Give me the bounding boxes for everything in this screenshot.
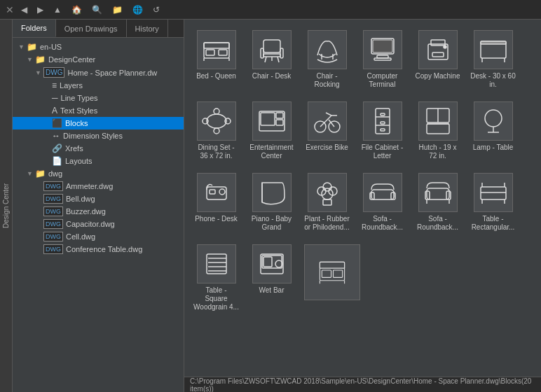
- tree-item-ammeter[interactable]: DWG Ammeter.dwg: [13, 180, 184, 192]
- tree-item-line-types[interactable]: ─ Line Types: [13, 92, 184, 104]
- block-label-sofa2: Sofa - Roundback...: [415, 215, 460, 232]
- grid-item-plant[interactable]: Plant - Rubber or Philodend...: [301, 168, 353, 237]
- svg-rect-49: [427, 124, 449, 134]
- folder-icon: 📁: [35, 55, 46, 64]
- svg-point-22: [444, 46, 446, 48]
- block-label-bed-queen: Bed - Queen: [196, 72, 236, 80]
- grid-area[interactable]: Bed - Queen Chair - Desk Chair - Rocking: [184, 20, 541, 377]
- block-label-piano: Piano - Baby Grand: [249, 215, 294, 232]
- grid-item-exercise-bike[interactable]: Exercise Bike: [301, 97, 353, 165]
- expand-icon: [43, 120, 50, 127]
- grid-item-entertainment-center[interactable]: Entertainment Center: [245, 97, 298, 165]
- block-icon-wet-bar: [252, 244, 292, 284]
- svg-rect-6: [263, 40, 280, 52]
- grid-item-computer-terminal[interactable]: Computer Terminal: [356, 25, 409, 94]
- close-icon[interactable]: ✕: [6, 4, 14, 15]
- grid-item-preview[interactable]: [301, 239, 364, 316]
- svg-rect-68: [427, 188, 449, 200]
- tree-item-text-styles[interactable]: A Text Styles: [13, 104, 184, 117]
- tree-item-capacitor[interactable]: DWG Capacitor.dwg: [13, 218, 184, 230]
- expand-icon: [35, 183, 42, 190]
- expand-icon: ▼: [27, 56, 34, 63]
- svg-rect-46: [381, 122, 385, 124]
- block-icon-hutch: [418, 102, 458, 141]
- grid-item-bed-queen[interactable]: Bed - Queen: [190, 25, 242, 94]
- tree-item-bell[interactable]: DWG Bell.dwg: [13, 192, 184, 205]
- web-button[interactable]: 🌐: [130, 4, 146, 16]
- search-button[interactable]: 🔍: [89, 4, 105, 16]
- svg-rect-21: [432, 52, 444, 57]
- tree-item-blocks[interactable]: ⬛ Blocks: [13, 117, 184, 130]
- dwg-icon: DWG: [43, 219, 63, 229]
- tree-item-dwg[interactable]: ▼ 📁 dwg: [13, 167, 184, 180]
- tree-item-xrefs[interactable]: 🔗 Xrefs: [13, 142, 184, 155]
- grid-item-sofa1[interactable]: Sofa - Roundback...: [356, 168, 409, 237]
- grid-item-chair-desk[interactable]: Chair - Desk: [245, 25, 298, 94]
- layers-icon: ≡: [52, 80, 57, 90]
- block-icon-table-rect: [474, 173, 513, 212]
- expand-icon: [43, 94, 50, 102]
- tree-item-layers[interactable]: ≡ Layers: [13, 79, 184, 92]
- folder-icon: 📁: [27, 42, 37, 52]
- folder-button[interactable]: 📁: [109, 4, 125, 16]
- back-button[interactable]: ◀: [18, 4, 30, 16]
- tree-item-en-us[interactable]: ▼ 📁 en-US: [13, 41, 184, 53]
- grid-item-desk-30x60[interactable]: Desk - 30 x 60 in.: [467, 25, 519, 94]
- main-layout: Design Center Folders Open Drawings Hist…: [0, 20, 541, 392]
- expand-icon: [35, 208, 42, 215]
- svg-rect-11: [261, 48, 263, 58]
- grid-item-hutch[interactable]: Hutch - 19 x 72 in.: [411, 97, 464, 165]
- tree-item-buzzer[interactable]: DWG Buzzer.dwg: [13, 205, 184, 218]
- svg-rect-45: [381, 113, 385, 115]
- block-label-sofa1: Sofa - Roundback...: [359, 215, 405, 232]
- block-icon-dining-set: [197, 102, 236, 141]
- svg-point-27: [207, 114, 226, 128]
- up-button[interactable]: ▲: [50, 4, 64, 16]
- grid-item-phone-desk[interactable]: Phone - Desk: [190, 168, 242, 237]
- grid-item-dining-set[interactable]: Dining Set - 36 x 72 in.: [190, 97, 242, 165]
- grid-item-file-cabinet[interactable]: File Cabinet - Letter: [356, 97, 409, 165]
- home-button[interactable]: 🏠: [69, 4, 85, 16]
- svg-rect-1: [204, 43, 229, 48]
- grid-item-copy-machine[interactable]: Copy Machine: [411, 25, 464, 94]
- tree-item-designcenter[interactable]: ▼ 📁 DesignCenter: [13, 53, 184, 66]
- svg-rect-12: [280, 48, 283, 58]
- svg-point-28: [214, 108, 219, 114]
- forward-button[interactable]: ▶: [34, 4, 46, 16]
- block-label-chair-desk: Chair - Desk: [252, 72, 292, 80]
- block-label-hutch: Hutch - 19 x 72 in.: [415, 144, 460, 160]
- tree-item-home-space[interactable]: ▼ DWG Home - Space Planner.dw: [13, 66, 184, 79]
- dwg-icon: DWG: [43, 206, 63, 216]
- svg-rect-3: [219, 50, 227, 55]
- block-icon-computer-terminal: [363, 30, 402, 69]
- grid-item-lamp-table[interactable]: Lamp - Table: [467, 97, 519, 165]
- block-label-plant: Plant - Rubber or Philodend...: [304, 215, 350, 232]
- svg-rect-16: [373, 40, 392, 52]
- svg-rect-18: [374, 58, 391, 60]
- block-icon-entertainment-center: [252, 102, 292, 141]
- svg-rect-35: [276, 120, 283, 125]
- tree-item-conference-table[interactable]: DWG Conference Table.dwg: [13, 243, 184, 255]
- dwg-icon: DWG: [43, 181, 63, 191]
- tab-open-drawings[interactable]: Open Drawings: [56, 20, 127, 37]
- block-icon-table-square: [197, 244, 236, 284]
- refresh-button[interactable]: ↺: [150, 4, 163, 16]
- tree: ▼ 📁 en-US ▼ 📁 DesignCenter ▼ DWG Home - …: [13, 38, 184, 392]
- block-label-entertainment-center: Entertainment Center: [249, 144, 294, 160]
- tree-item-layouts[interactable]: 📄 Layouts: [13, 155, 184, 167]
- grid-item-chair-rocking[interactable]: Chair - Rocking: [301, 25, 353, 94]
- tab-folders[interactable]: Folders: [13, 20, 56, 37]
- grid-item-sofa2[interactable]: Sofa - Roundback...: [411, 168, 464, 237]
- content-area: Bed - Queen Chair - Desk Chair - Rocking: [184, 20, 541, 392]
- grid-item-table-rect[interactable]: Table - Rectangular...: [467, 168, 519, 237]
- grid-item-wet-bar[interactable]: Wet Bar: [245, 239, 298, 316]
- tree-item-cell[interactable]: DWG Cell.dwg: [13, 230, 184, 243]
- block-label-computer-terminal: Computer Terminal: [359, 72, 405, 89]
- block-icon-chair-desk: [252, 30, 292, 69]
- grid-item-piano[interactable]: Piano - Baby Grand: [245, 168, 298, 237]
- tab-history[interactable]: History: [127, 20, 168, 37]
- dwg-icon: DWG: [43, 244, 63, 254]
- tree-item-dimension-styles[interactable]: ↔ Dimension Styles: [13, 130, 184, 142]
- block-icon-desk-30x60: [474, 30, 513, 69]
- grid-item-table-square[interactable]: Table - Square Woodgrain 4...: [190, 239, 242, 316]
